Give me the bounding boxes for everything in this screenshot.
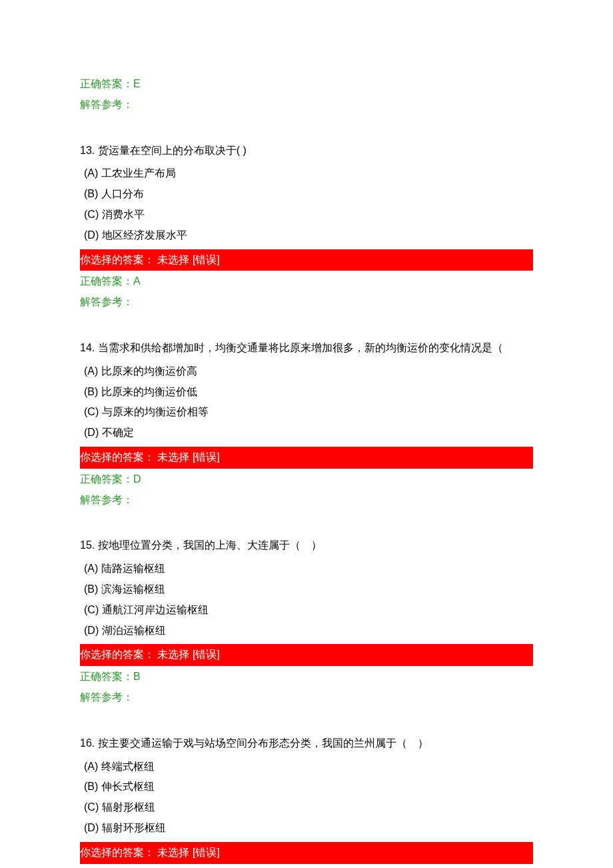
not-selected: 未选择: [155, 649, 193, 660]
question-number: 16.: [80, 737, 95, 749]
question-stem: 当需求和供给都增加时，均衡交通量将比原来增加很多，新的均衡运价的变化情况是（: [98, 342, 503, 353]
your-choice-prefix: 你选择的答案：: [80, 649, 155, 660]
correct-answer: 正确答案：A: [80, 272, 533, 291]
question-stem: 按地理位置分类，我国的上海、大连属于（ ）: [98, 539, 322, 551]
options-list: (A) 终端式枢纽 (B) 伸长式枢纽 (C) 辐射形枢纽 (D) 辐射环形枢纽: [80, 757, 533, 838]
option-c: (C) 与原来的均衡运价相等: [80, 403, 533, 422]
your-answer-bar: 你选择的答案： 未选择 [错误]: [80, 842, 533, 864]
wrong-tag: [错误]: [193, 254, 220, 265]
question-text: 13. 货运量在空间上的分布取决于( ): [80, 141, 533, 161]
not-selected: 未选择: [155, 254, 193, 265]
correct-prefix: 正确答案：: [80, 78, 133, 89]
correct-letter: A: [133, 275, 141, 287]
page-container: 正确答案：E 解答参考： 13. 货运量在空间上的分布取决于( ) (A) 工农…: [0, 0, 613, 868]
correct-letter: B: [133, 671, 141, 682]
question-block: 14. 当需求和供给都增加时，均衡交通量将比原来增加很多，新的均衡运价的变化情况…: [80, 339, 533, 509]
explain: 解答参考：: [80, 293, 533, 312]
your-choice-prefix: 你选择的答案：: [80, 451, 155, 463]
option-d: (D) 湖泊运输枢纽: [80, 621, 533, 641]
options-list: (A) 工农业生产布局 (B) 人口分布 (C) 消费水平 (D) 地区经济发展…: [80, 164, 533, 245]
question-number: 13.: [80, 145, 95, 156]
wrong-tag: [错误]: [193, 451, 220, 463]
option-b: (B) 滨海运输枢纽: [80, 580, 533, 599]
your-choice-prefix: 你选择的答案：: [80, 847, 155, 858]
option-b: (B) 人口分布: [80, 185, 533, 204]
your-answer-bar: 你选择的答案： 未选择 [错误]: [80, 447, 533, 469]
your-answer-bar: 你选择的答案： 未选择 [错误]: [80, 249, 533, 271]
option-d: (D) 地区经济发展水平: [80, 226, 533, 245]
options-list: (A) 陆路运输枢纽 (B) 滨海运输枢纽 (C) 通航江河岸边运输枢纽 (D)…: [80, 559, 533, 640]
explain-prefix: 解答参考：: [80, 99, 133, 110]
option-c: (C) 消费水平: [80, 205, 533, 225]
not-selected: 未选择: [155, 451, 193, 463]
question-block: 15. 按地理位置分类，我国的上海、大连属于（ ） (A) 陆路运输枢纽 (B)…: [80, 536, 533, 707]
option-c: (C) 通航江河岸边运输枢纽: [80, 601, 533, 620]
option-a: (A) 陆路运输枢纽: [80, 559, 533, 579]
wrong-tag: [错误]: [193, 847, 220, 858]
option-a: (A) 终端式枢纽: [80, 757, 533, 777]
question-stem: 货运量在空间上的分布取决于( ): [98, 145, 247, 156]
explain-prefix: 解答参考：: [80, 296, 133, 307]
your-choice-prefix: 你选择的答案：: [80, 254, 155, 265]
your-answer-bar: 你选择的答案： 未选择 [错误]: [80, 644, 533, 666]
explain-prefix: 解答参考：: [80, 691, 133, 703]
question-stem: 按主要交通运输于戏与站场空间分布形态分类，我国的兰州属于（ ）: [98, 737, 428, 749]
option-b: (B) 伸长式枢纽: [80, 777, 533, 797]
wrong-tag: [错误]: [193, 649, 220, 660]
option-d: (D) 不确定: [80, 423, 533, 443]
option-a: (A) 工农业生产布局: [80, 164, 533, 183]
correct-letter: D: [133, 473, 141, 485]
question-text: 15. 按地理位置分类，我国的上海、大连属于（ ）: [80, 536, 533, 555]
option-c: (C) 辐射形枢纽: [80, 798, 533, 817]
question-text: 14. 当需求和供给都增加时，均衡交通量将比原来增加很多，新的均衡运价的变化情况…: [80, 339, 533, 358]
option-a: (A) 比原来的均衡运价高: [80, 362, 533, 381]
prev-explain: 解答参考：: [80, 95, 533, 115]
explain: 解答参考：: [80, 491, 533, 510]
correct-answer: 正确答案：B: [80, 667, 533, 687]
prev-correct-answer: 正确答案：E: [80, 75, 533, 94]
explain: 解答参考：: [80, 688, 533, 707]
correct-prefix: 正确答案：: [80, 275, 133, 287]
correct-prefix: 正确答案：: [80, 671, 133, 682]
correct-answer: 正确答案：B: [80, 865, 533, 869]
question-number: 15.: [80, 539, 95, 551]
prev-correct-letter: E: [133, 78, 141, 89]
question-text: 16. 按主要交通运输于戏与站场空间分布形态分类，我国的兰州属于（ ）: [80, 734, 533, 753]
option-d: (D) 辐射环形枢纽: [80, 819, 533, 838]
explain-prefix: 解答参考：: [80, 494, 133, 505]
options-list: (A) 比原来的均衡运价高 (B) 比原来的均衡运价低 (C) 与原来的均衡运价…: [80, 362, 533, 443]
question-block: 16. 按主要交通运输于戏与站场空间分布形态分类，我国的兰州属于（ ） (A) …: [80, 734, 533, 868]
correct-answer: 正确答案：D: [80, 470, 533, 489]
correct-prefix: 正确答案：: [80, 473, 133, 485]
question-number: 14.: [80, 342, 95, 353]
question-block: 13. 货运量在空间上的分布取决于( ) (A) 工农业生产布局 (B) 人口分…: [80, 141, 533, 312]
option-b: (B) 比原来的均衡运价低: [80, 383, 533, 402]
not-selected: 未选择: [155, 847, 193, 858]
